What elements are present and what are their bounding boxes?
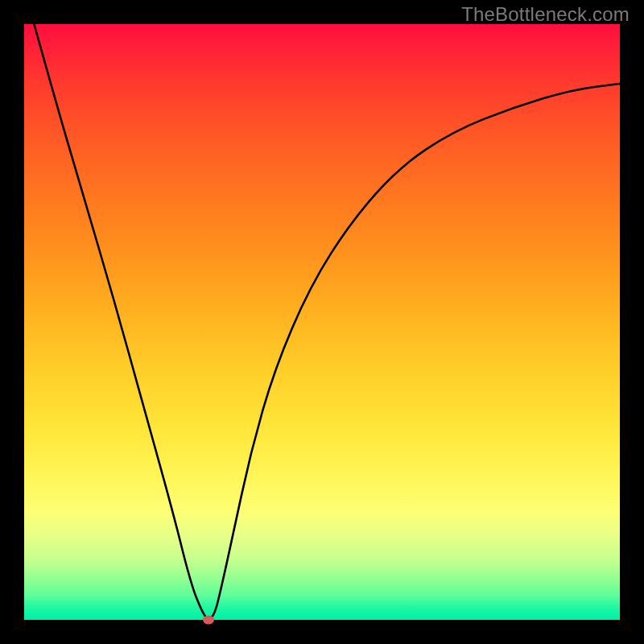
chart-frame: TheBottleneck.com — [0, 0, 644, 644]
watermark-text: TheBottleneck.com — [461, 3, 630, 26]
plot-area — [24, 24, 620, 620]
chart-svg — [24, 24, 620, 620]
curve-path — [24, 24, 620, 618]
minimum-marker — [203, 616, 214, 625]
